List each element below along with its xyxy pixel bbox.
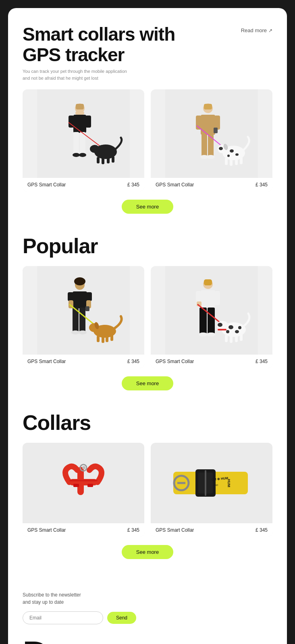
smart-title-line1: Smart collars with <box>23 24 175 45</box>
popular-product-price-1: £ 345 <box>127 359 139 364</box>
svg-rect-8 <box>80 132 85 154</box>
svg-rect-36 <box>225 158 228 165</box>
svg-point-53 <box>79 330 87 334</box>
smart-collars-subtitle: You can track your pet through the mobil… <box>23 68 272 81</box>
email-input[interactable] <box>23 611 103 624</box>
collar-product-info-2: GPS Smart Collar £ 345 <box>151 523 272 537</box>
svg-point-90 <box>82 466 85 469</box>
svg-point-77 <box>226 330 229 333</box>
svg-point-31 <box>230 149 234 153</box>
svg-rect-6 <box>85 116 91 128</box>
product-image-2 <box>151 89 272 178</box>
svg-rect-45 <box>68 292 73 301</box>
collars-section: Collars <box>23 411 272 559</box>
popular-see-more-button[interactable]: See more <box>122 376 173 390</box>
svg-point-75 <box>229 325 233 329</box>
svg-rect-44 <box>73 291 87 308</box>
collars-grid: GPS Smart Collar £ 345 <box>23 443 272 537</box>
svg-rect-21 <box>201 115 215 135</box>
svg-rect-37 <box>230 159 233 166</box>
main-card: Smart collars with GPS tracker Read more… <box>8 8 287 644</box>
arrow-icon: ↗ <box>268 28 272 33</box>
product-svg-2 <box>151 89 272 178</box>
svg-rect-85 <box>240 334 243 341</box>
collar-product-card-2: OR ⊕ HUM MAD HUM GPS Smart Collar £ 345 <box>151 443 272 537</box>
svg-text:MAD: MAD <box>213 484 218 487</box>
svg-rect-93 <box>69 480 98 481</box>
smart-title-line2: GPS tracker <box>23 45 175 65</box>
collar-svg-1 <box>23 443 144 523</box>
page-wrapper: Smart collars with GPS tracker Read more… <box>0 0 295 644</box>
svg-point-71 <box>199 332 208 336</box>
svg-rect-82 <box>225 335 228 342</box>
svg-rect-60 <box>110 334 113 341</box>
popular-title: Popular <box>23 234 272 258</box>
product-info: GPS Smart Collar £ 345 <box>23 178 144 192</box>
smart-collars-grid: GPS Smart Collar £ 345 <box>23 89 272 192</box>
svg-rect-39 <box>240 157 243 164</box>
product-name-2: GPS Smart Collar <box>156 182 194 188</box>
svg-rect-57 <box>97 336 100 342</box>
svg-rect-65 <box>201 290 215 308</box>
popular-svg-2 <box>151 266 272 355</box>
svg-point-33 <box>227 155 230 157</box>
product-info-2: GPS Smart Collar £ 345 <box>151 178 272 192</box>
popular-grid: GPS Smart Collar £ 345 <box>23 266 272 368</box>
product-svg-1 <box>23 89 144 178</box>
svg-rect-51 <box>79 308 85 332</box>
svg-rect-64 <box>204 279 212 285</box>
collar-product-name-2: GPS Smart Collar <box>156 527 194 533</box>
collars-title: Collars <box>23 411 272 435</box>
svg-point-10 <box>79 153 86 157</box>
product-price-2: £ 345 <box>256 182 268 188</box>
svg-rect-17 <box>112 156 114 163</box>
newsletter-label: Subscribe to the newsletter and stay up … <box>23 591 272 606</box>
smart-collars-header: Smart collars with GPS tracker Read more… <box>23 24 272 65</box>
svg-point-76 <box>235 330 239 333</box>
svg-point-78 <box>238 326 241 329</box>
svg-rect-84 <box>235 335 238 342</box>
product-card-2: GPS Smart Collar £ 345 <box>151 89 272 192</box>
svg-rect-98 <box>205 470 206 496</box>
smart-collars-section: Smart collars with GPS tracker Read more… <box>23 24 272 214</box>
svg-rect-92 <box>87 484 93 487</box>
svg-rect-7 <box>73 132 79 154</box>
product-card: GPS Smart Collar £ 345 <box>23 89 144 192</box>
svg-rect-83 <box>230 336 233 343</box>
read-more-label: Read more <box>241 27 267 33</box>
svg-rect-15 <box>102 158 104 164</box>
svg-text:HUM: HUM <box>227 479 231 487</box>
popular-product-card-1: GPS Smart Collar £ 345 <box>23 266 144 368</box>
svg-rect-14 <box>97 157 100 163</box>
collar-product-info-1: GPS Smart Collar £ 345 <box>23 523 144 537</box>
product-price: £ 345 <box>127 182 139 188</box>
popular-product-card-2: GPS Smart Collar £ 345 <box>151 266 272 368</box>
popular-product-image-1 <box>23 266 144 355</box>
svg-rect-3 <box>76 104 84 109</box>
send-button[interactable]: Send <box>107 612 136 624</box>
popular-product-info-1: GPS Smart Collar £ 345 <box>23 355 144 368</box>
svg-point-43 <box>74 277 85 285</box>
popular-product-image-2 <box>151 266 272 355</box>
collars-see-more-button[interactable]: See more <box>122 545 173 559</box>
svg-rect-81 <box>218 329 226 330</box>
collar-product-name-1: GPS Smart Collar <box>27 527 66 533</box>
read-more-link[interactable]: Read more ↗ <box>241 27 272 33</box>
svg-rect-59 <box>106 336 108 342</box>
svg-point-28 <box>207 155 215 159</box>
svg-rect-46 <box>86 292 92 301</box>
newsletter-label-line2: and stay up to date <box>23 599 64 605</box>
newsletter-section: Subscribe to the newsletter and stay up … <box>23 579 272 632</box>
collar-product-image-2: OR ⊕ HUM MAD HUM <box>151 443 272 523</box>
svg-rect-49 <box>85 306 89 311</box>
svg-point-32 <box>235 153 239 156</box>
svg-rect-25 <box>202 134 207 156</box>
popular-product-info-2: GPS Smart Collar £ 345 <box>151 355 272 368</box>
brand-name: Doggy <box>23 636 272 644</box>
newsletter-form: Send <box>23 611 272 624</box>
svg-point-13 <box>90 145 100 153</box>
svg-rect-91 <box>73 484 79 487</box>
smart-see-more-button[interactable]: See more <box>122 200 173 214</box>
collar-svg-2: OR ⊕ HUM MAD HUM <box>151 443 272 523</box>
svg-point-72 <box>207 332 216 336</box>
